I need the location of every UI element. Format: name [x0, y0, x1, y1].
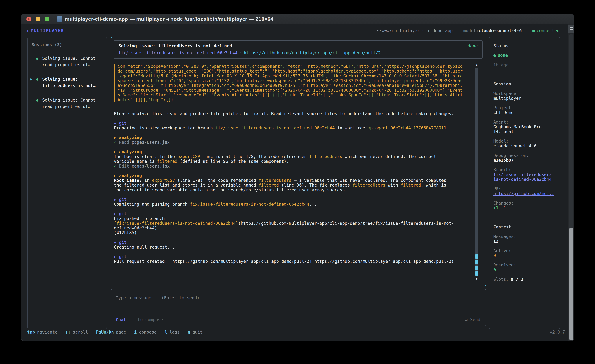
trace-json-line: sponse_content_length":"0","span.size":"… [118, 78, 471, 83]
app-brand: ◆MULTIPLAYER [26, 28, 64, 33]
main-panel: Solving issue: filteredUsers is not defi… [111, 37, 486, 286]
composer-panel[interactable]: Type a message... (Enter to send) Chati … [111, 289, 486, 326]
session-item-active[interactable]: ▶ ● Solving issue:filteredUsers is not… [30, 76, 104, 89]
transcript-line: Please analyze this issue and produce fi… [114, 111, 471, 116]
hotkey-bar: tabnavigate ↑↓scroll PgUp/Dnpage icompos… [27, 329, 565, 335]
trace-json-line: "19","StatusCode":"UNSET","StatusMessage… [118, 88, 471, 93]
scrollbar-thumb[interactable] [475, 254, 478, 276]
trace-json-line: _agent":"Mozilla/5.0 (Macintosh; Intel M… [118, 73, 471, 78]
composer-mode-row: Chati to compose [116, 317, 163, 322]
model-value: claude-sonnet-4-6 [479, 28, 522, 33]
caret-spacer [30, 97, 36, 110]
send-button[interactable]: ↵ Send [465, 317, 480, 322]
session-title: Solving issue: Cannotread properties of… [42, 97, 96, 110]
slots-field: Slots:0 / 2 [493, 277, 556, 282]
transcript-gap [114, 235, 471, 240]
hotkey-pgupdn: PgUp/Dnpage [96, 330, 126, 335]
hotkey-tab: tabnavigate [27, 330, 57, 335]
transcript-gap [114, 168, 471, 173]
branch-link[interactable]: fix/issue-filteredusers-is-not-defined-0… [493, 172, 554, 182]
scroll-down-icon[interactable]: ▼ [476, 277, 478, 281]
window-title: multiplayer-cli-demo-app — multiplayer ◂… [65, 16, 273, 22]
transcript-gap [114, 250, 471, 254]
active-caret-icon: ▶ [30, 76, 36, 89]
transcript-gap [114, 145, 471, 149]
step-header-git: ▸ git [114, 121, 471, 126]
caret-spacer [30, 55, 36, 68]
pr-link[interactable]: https://github.com/mu... [493, 191, 556, 196]
app-version: v2.0.7 [550, 330, 565, 335]
trace-json-line: s.Name":["fetchStart","responseEnd"],"Ev… [118, 93, 471, 97]
context-section-header: Context [493, 225, 556, 229]
step-header-analyzing: ▸ analyzing [114, 149, 471, 154]
transcript-line: the filtered user list and stores it in … [114, 183, 471, 187]
messages-field: Messages: 12 [493, 234, 556, 243]
transcript-gap [114, 192, 471, 197]
transcript-line: (412bf85) [114, 230, 471, 235]
connection-label: connected [537, 28, 560, 33]
deletions-count: -1 [501, 206, 506, 210]
main-scrollbar[interactable]: ▲ ▼ [475, 63, 478, 281]
minimize-button[interactable] [35, 17, 40, 21]
split-pane-icon[interactable] [568, 25, 574, 33]
transcript-line: variable name is filtered (defined at li… [114, 159, 471, 164]
task-branch: fix/issue-filteredusers-is-not-defined-0… [118, 50, 238, 55]
pr-url-link[interactable]: https://github.com/multiplayer-app/cli-a… [244, 50, 381, 55]
status-sidebar: Status ●Done 1h ago Session Workspace mu… [489, 37, 560, 329]
divider: │ [526, 28, 528, 33]
status-dot-icon: ● [532, 28, 535, 33]
terminal-window: multiplayer-cli-demo-app — multiplayer ◂… [21, 14, 574, 341]
model-field: Model: claude-sonnet-4-6 [493, 139, 556, 148]
session-item[interactable]: ● Solving issue: Cannotread properties o… [30, 55, 104, 68]
changes-field: Changes: +1-1 [493, 201, 556, 210]
transcript-line: Creating pull request... [114, 245, 471, 250]
step-header-analyzing: ▸ analyzing [114, 173, 471, 178]
terminal-content: ◆MULTIPLAYER ~/www/multiplayer-cli-demo-… [21, 24, 574, 341]
workspace-field: Workspace multiplayer [493, 91, 556, 101]
connection-status: ●connected [532, 28, 560, 33]
compose-hint: i to compose [129, 317, 163, 322]
session-dot-icon: ● [36, 76, 42, 89]
step-header-git: ▸ git [114, 211, 471, 216]
transcript-line: Committing and pushing branch fix/issue-… [114, 202, 471, 207]
hotkey-q: qquit [188, 330, 203, 335]
session-dot-icon: ● [36, 97, 42, 110]
transcript-line: the correct in-scope variable containing… [114, 187, 471, 192]
window-titlebar[interactable]: multiplayer-cli-demo-app — multiplayer ◂… [21, 14, 574, 24]
divider: │ [457, 28, 459, 33]
hotkey-arrows: ↑↓scroll [65, 330, 88, 335]
transcript-line: [fix/issue-filteredusers-is-not-defined-… [114, 221, 471, 226]
transcript-line: Pull request created: [https://github.co… [114, 259, 471, 264]
task-status-badge: done [468, 44, 478, 48]
hotkey-i: icompose [134, 330, 157, 335]
session-section-header: Session [493, 82, 556, 86]
step-header-git: ▸ git [114, 197, 471, 202]
close-button[interactable] [26, 17, 31, 21]
trace-json-line: de.com/users","http.status_code":"200","… [118, 69, 471, 73]
transcript-line: Fix pushed to branch [114, 216, 471, 221]
scroll-up-icon[interactable]: ▲ [476, 63, 478, 67]
session-item[interactable]: ● Solving issue: Cannotread properties o… [30, 97, 104, 110]
window-scrollbar-thumb[interactable] [569, 228, 573, 340]
mode-toggle-chat[interactable]: Chat [116, 317, 126, 322]
model-indicator: model:claude-sonnet-4-6 [463, 28, 522, 33]
sessions-panel: Sessions (3) ● Solving issue: Cannotread… [27, 37, 107, 329]
session-dot-icon: ● [36, 55, 42, 68]
task-card: Solving issue: filteredUsers is not defi… [113, 40, 482, 59]
trace-json-line: ion-fetch","ScopeVersion":"0.203.0","Spa… [118, 64, 471, 69]
sessions-header: Sessions (3) [30, 42, 104, 47]
zoom-button[interactable] [45, 17, 50, 21]
resolved-field: Resolved: 0 [493, 263, 556, 272]
debug-session-field: Debug Session: a1e15b87 [493, 153, 556, 163]
agent-field: Agent: Geghams-MacBook-Pro-14.local [493, 120, 556, 134]
status-age: 1h ago [493, 63, 556, 67]
trace-json-block: ion-fetch","ScopeVersion":"0.203.0","Spa… [114, 64, 471, 102]
transcript-line: Root Cause: In exportCSV (line 178), the… [114, 178, 471, 183]
message-input[interactable]: Type a message... (Enter to send) [111, 289, 486, 300]
done-dot-icon: ● [493, 53, 496, 58]
transcript-line: The bug is clear. In the exportCSV funct… [114, 154, 471, 159]
scrollbar-track[interactable] [475, 68, 478, 276]
window-scrollbar-gutter[interactable] [568, 24, 574, 341]
step-header-git: ▸ git [114, 240, 471, 245]
active-field: Active: 0 [493, 248, 556, 258]
